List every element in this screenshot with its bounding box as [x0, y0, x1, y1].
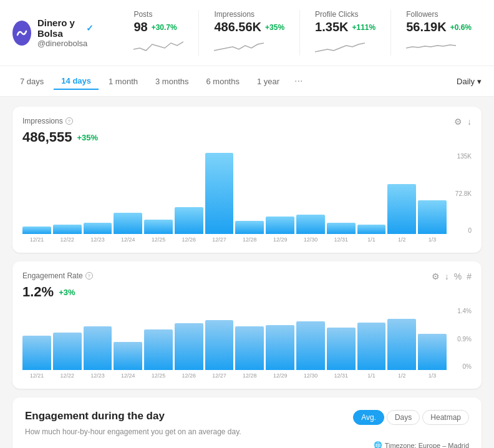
bar-label-impressions-12/27: 12/27 [205, 236, 234, 243]
engagement-value: 1.2% [22, 284, 54, 300]
bar-label-impressions-12/21: 12/21 [22, 236, 51, 243]
bar-engagement-12/24 [114, 342, 142, 370]
download-icon[interactable]: ↓ [467, 117, 472, 127]
timezone-label: Timezone: Europe – Madrid [385, 442, 469, 449]
settings-icon-2[interactable]: ⚙ [432, 271, 440, 281]
percent-icon[interactable]: % [454, 271, 462, 281]
stat-followers-chart [406, 37, 472, 56]
stat-impressions: Impressions 486.56K +35% [199, 10, 300, 56]
brand-logo [12, 21, 31, 46]
stat-profile-clicks-label: Profile Clicks [315, 10, 375, 19]
bar-impressions-12/28 [235, 221, 264, 234]
bar-impressions-12/27 [205, 153, 234, 234]
filter-6months[interactable]: 6 months [198, 74, 246, 89]
impressions-info-icon[interactable]: ? [65, 117, 73, 125]
stat-impressions-chart [214, 37, 284, 56]
impressions-bar-chart-area: 135K 72.8K 0 12/2112/2212/2312/2412/2512… [22, 153, 472, 243]
bar-impressions-1/2 [387, 184, 416, 234]
bar-impressions-12/22 [53, 225, 82, 234]
engagement-y-mid: 0.9% [457, 336, 472, 343]
bar-engagement-12/23 [84, 326, 112, 370]
hash-icon[interactable]: # [467, 271, 472, 281]
filter-14days[interactable]: 14 days [54, 73, 99, 90]
stat-profile-clicks-value: 1.35K [315, 20, 348, 34]
bar-label-engagement-12/21: 12/21 [22, 373, 51, 379]
engagement-day-title: Engagement during the day [25, 410, 165, 422]
bar-label-engagement-12/24: 12/24 [114, 373, 142, 379]
filter-1month[interactable]: 1 month [101, 74, 145, 89]
bar-engagement-12/28 [235, 326, 264, 370]
bar-impressions-12/29 [266, 217, 294, 234]
stat-followers-label: Followers [406, 10, 472, 19]
bar-label-impressions-12/29: 12/29 [266, 236, 294, 243]
impressions-y-axis: 135K 72.8K 0 [455, 153, 472, 234]
bar-impressions-12/26 [175, 207, 203, 234]
impressions-chart-title: Impressions [22, 117, 63, 125]
bar-engagement-12/30 [296, 321, 325, 370]
stat-profile-clicks-chart [315, 37, 375, 56]
bar-impressions-12/21 [22, 226, 51, 234]
bar-label-engagement-1/1: 1/1 [357, 373, 386, 379]
engagement-day-subtitle: How much hour-by-hour engagement you get… [25, 427, 469, 436]
stat-profile-clicks: Profile Clicks 1.35K +111% [300, 10, 391, 56]
impressions-change: +35% [77, 133, 99, 142]
impressions-y-top: 135K [457, 153, 472, 160]
engagement-rate-chart-card: Engagement Rate ? ⚙ ↓ % # 1.2% +3% 1.4% [12, 261, 482, 389]
engagement-chart-header: Engagement Rate ? ⚙ ↓ % # [22, 271, 472, 281]
engagement-info-icon[interactable]: ? [85, 272, 93, 280]
period-select-label: Daily [457, 77, 475, 86]
main-content: Impressions ? ⚙ ↓ 486,555 +35% 135K 72.8… [0, 97, 494, 448]
bar-label-engagement-1/3: 1/3 [418, 373, 447, 379]
bar-label-impressions-12/31: 12/31 [327, 236, 356, 243]
stat-followers: Followers 56.19K +0.6% [391, 10, 487, 56]
filter-1year[interactable]: 1 year [249, 74, 287, 89]
bar-label-impressions-12/24: 12/24 [114, 236, 142, 243]
globe-icon: 🌐 [374, 441, 382, 448]
download-icon-2[interactable]: ↓ [445, 271, 449, 281]
bar-impressions-1/1 [357, 225, 386, 234]
bar-label-impressions-12/23: 12/23 [84, 236, 112, 243]
toggle-avg[interactable]: Avg. [353, 410, 384, 425]
stat-posts-change: +30.7% [152, 23, 177, 32]
settings-icon[interactable]: ⚙ [454, 117, 462, 127]
engagement-x-axis: 12/2112/2212/2312/2412/2512/2612/2712/28… [22, 373, 472, 379]
filter-3months[interactable]: 3 months [148, 74, 196, 89]
bar-label-impressions-1/1: 1/1 [357, 236, 386, 243]
bar-engagement-1/2 [387, 319, 416, 370]
stat-impressions-change: +35% [265, 23, 284, 32]
engagement-day-header: Engagement during the day Avg. Days Heat… [25, 410, 469, 425]
account-name: Dinero y Bolsa [37, 17, 84, 39]
bar-label-engagement-12/28: 12/28 [235, 373, 264, 379]
bar-engagement-12/25 [144, 329, 173, 370]
bar-engagement-12/21 [22, 336, 51, 370]
time-filter-bar: 7 days 14 days 1 month 3 months 6 months… [0, 66, 494, 97]
stat-impressions-label: Impressions [214, 10, 284, 19]
toggle-heatmap[interactable]: Heatmap [422, 410, 469, 425]
engagement-y-axis: 1.4% 0.9% 0% [457, 308, 472, 370]
bar-engagement-1/3 [418, 334, 447, 370]
period-select[interactable]: Daily ▾ [457, 77, 482, 86]
header: Dinero y Bolsa ✓ @dinerobolsa Posts 98 +… [0, 0, 494, 66]
bar-impressions-12/23 [84, 223, 112, 234]
brand-logo-area: Dinero y Bolsa ✓ @dinerobolsa [12, 17, 94, 48]
bar-label-engagement-1/2: 1/2 [387, 373, 416, 379]
impressions-y-bottom: 0 [468, 227, 472, 234]
toggle-days[interactable]: Days [387, 410, 420, 425]
bar-label-engagement-12/29: 12/29 [266, 373, 294, 379]
filter-7days[interactable]: 7 days [12, 74, 51, 89]
bar-impressions-12/30 [296, 215, 325, 234]
bar-engagement-12/22 [53, 333, 82, 370]
bar-label-impressions-12/30: 12/30 [296, 236, 325, 243]
bar-label-engagement-12/27: 12/27 [205, 373, 234, 379]
stat-impressions-value: 486.56K [214, 20, 261, 34]
impressions-chart-card: Impressions ? ⚙ ↓ 486,555 +35% 135K 72.8… [12, 107, 482, 253]
stat-profile-clicks-change: +111% [352, 23, 375, 32]
engagement-chart-title: Engagement Rate [22, 271, 83, 280]
engagement-bar-chart-area: 1.4% 0.9% 0% 12/2112/2212/2312/2412/2512… [22, 308, 472, 379]
bar-label-engagement-12/26: 12/26 [175, 373, 203, 379]
timezone-row: 🌐 Timezone: Europe – Madrid [25, 441, 469, 448]
bar-engagement-12/27 [205, 320, 234, 370]
more-filters-button[interactable]: ··· [289, 72, 308, 90]
impressions-x-axis: 12/2112/2212/2312/2412/2512/2612/2712/28… [22, 236, 472, 243]
impressions-chart-header: Impressions ? ⚙ ↓ [22, 117, 472, 127]
